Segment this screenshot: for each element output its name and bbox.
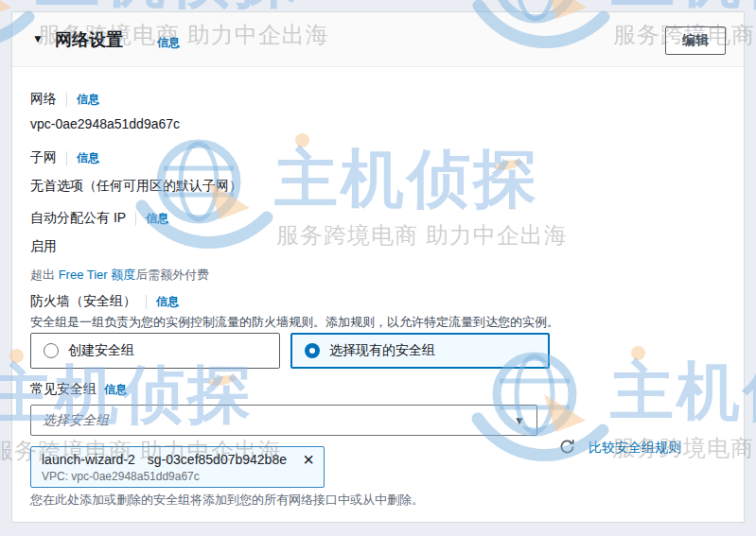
network-value: vpc-0ae2948a51dd9a67c — [30, 116, 180, 131]
radio-unselected-icon[interactable] — [44, 343, 59, 358]
subnet-value: 无首选项（任何可用区的默认子网） — [30, 178, 242, 195]
network-label-row: 网络 信息 — [30, 91, 99, 108]
free-tier-note-suffix: 后需额外付费 — [135, 268, 209, 282]
free-tier-link[interactable]: Free Tier 额度 — [59, 268, 136, 282]
collapse-caret-icon[interactable]: ▼ — [32, 32, 44, 45]
compare-row: 比较安全组规则 — [559, 439, 681, 458]
remove-token-icon[interactable]: × — [303, 452, 314, 467]
network-settings-panel: ▼ 网络设置 信息 编辑 网络 信息 vpc-0ae2948a51dd9a67c… — [11, 11, 745, 523]
chevron-down-icon: ▼ — [514, 414, 525, 427]
watermark-brand-text: 主机侦探 — [36, 0, 301, 9]
security-group-select-placeholder: 选择安全组 — [43, 412, 514, 429]
compare-sg-rules-link[interactable]: 比较安全组规则 — [589, 440, 681, 457]
header-info-link[interactable]: 信息 — [157, 36, 180, 49]
auto-ip-label-row: 自动分配公有 IP 信息 — [30, 210, 168, 227]
divider — [66, 93, 67, 107]
common-sg-label-row: 常见安全组 信息 — [30, 381, 127, 398]
auto-ip-label: 自动分配公有 IP — [30, 210, 126, 227]
sg-token-name: launch-wizard-2 — [42, 452, 135, 467]
free-tier-note: 超出 Free Tier 额度后需额外付费 — [30, 267, 209, 284]
network-label: 网络 — [30, 91, 57, 108]
select-existing-security-group-label: 选择现有的安全组 — [329, 342, 435, 359]
firewall-description: 安全组是一组负责为您的实例控制流量的防火墙规则。添加规则，以允许特定流量到达您的… — [30, 314, 559, 331]
security-group-token: launch-wizard-2 sg-03cef85d07b942b8e × V… — [30, 446, 325, 488]
subnet-label: 子网 — [30, 149, 57, 166]
network-info-link[interactable]: 信息 — [77, 92, 99, 108]
divider — [135, 212, 136, 226]
common-sg-info-link[interactable]: 信息 — [104, 382, 127, 398]
sg-token-vpc: VPC: vpc-0ae2948a51dd9a67c — [42, 470, 314, 483]
edit-button[interactable]: 编辑 — [665, 26, 726, 55]
select-existing-security-group-option[interactable]: 选择现有的安全组 — [290, 333, 550, 369]
create-security-group-label: 创建安全组 — [68, 342, 134, 359]
sg-footer-note: 您在此处添加或删除的安全组将添加到您的所有网络接口中或从中删除。 — [30, 492, 424, 509]
firewall-label-row: 防火墙（安全组） 信息 — [30, 293, 179, 310]
auto-ip-value: 启用 — [30, 238, 57, 255]
radio-selected-icon[interactable] — [305, 343, 320, 358]
divider — [146, 295, 147, 309]
panel-header: ▼ 网络设置 信息 编辑 — [12, 12, 744, 67]
create-security-group-option[interactable]: 创建安全组 — [30, 333, 280, 369]
auto-ip-info-link[interactable]: 信息 — [146, 211, 168, 227]
firewall-label: 防火墙（安全组） — [30, 293, 136, 310]
firewall-info-link[interactable]: 信息 — [156, 294, 179, 310]
divider — [66, 151, 67, 165]
security-group-select[interactable]: 选择安全组 ▼ — [30, 405, 537, 436]
subnet-info-link[interactable]: 信息 — [77, 150, 99, 166]
panel-title: 网络设置 — [55, 28, 123, 51]
refresh-icon[interactable] — [559, 439, 575, 458]
free-tier-note-prefix: 超出 — [30, 268, 59, 282]
common-sg-label: 常见安全组 — [30, 381, 97, 398]
subnet-label-row: 子网 信息 — [30, 149, 99, 166]
sg-token-id: sg-03cef85d07b942b8e — [148, 452, 287, 467]
watermark-brand-text: 主机侦探 — [611, 0, 756, 9]
